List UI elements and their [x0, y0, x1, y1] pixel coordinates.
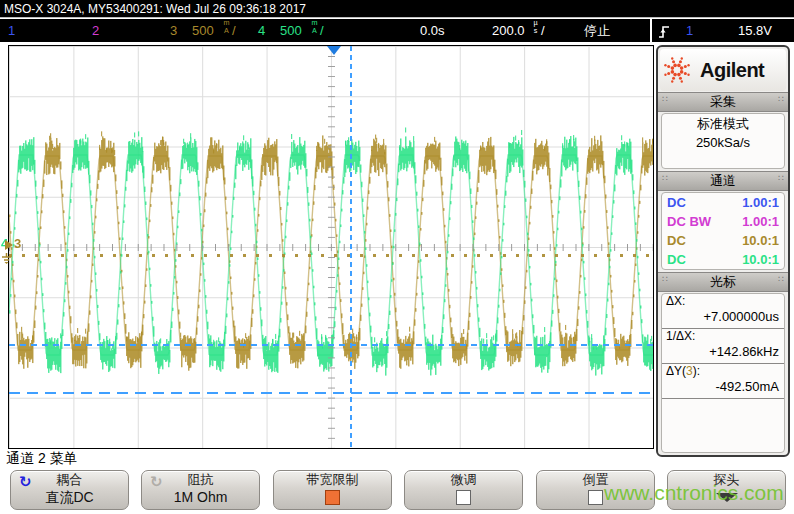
channel2-info-row: DC BW1.00:1: [662, 212, 784, 231]
trigger-level: 15.8V: [738, 19, 772, 42]
cursor-dx-label: ΔX:: [662, 294, 784, 309]
channels-box: DC1.00:1 DC BW1.00:1 DC10.0:1 DC10.0:1: [661, 192, 785, 270]
checkbox-unchecked-icon: [456, 490, 471, 505]
channel3-unit: mA: [222, 19, 231, 35]
channel1-badge[interactable]: 1: [8, 19, 15, 42]
cursor-dy-value: -492.50mA: [662, 379, 784, 399]
ground-symbol-icon: [1, 250, 12, 268]
channel3-ground-dotted-line: [9, 254, 653, 257]
channel3-slash: /: [232, 19, 236, 42]
section-title: 通道: [710, 173, 736, 188]
timebase-value[interactable]: 200.0: [492, 19, 525, 42]
channel3-scale: 500: [192, 19, 214, 42]
time-reference: 0.0s: [420, 19, 445, 42]
acquisition-mode: 标准模式: [662, 114, 784, 133]
timebase-unit: µs: [531, 19, 540, 35]
grip-icon: ∷: [661, 96, 669, 108]
channel4-slash: /: [320, 19, 324, 42]
title-bar: MSO-X 3024A, MY53400291: Wed Jul 26 09:3…: [0, 0, 794, 18]
cursor-dy-label: ΔY(3):: [662, 364, 784, 379]
acquisition-box: 标准模式 250kSa/s: [661, 113, 785, 169]
grip-icon: ∷: [777, 96, 785, 108]
channel1-info-row: DC1.00:1: [662, 193, 784, 212]
softkey-fine-adjust[interactable]: 微调: [404, 470, 523, 510]
info-panel: Agilent ∷ 采集 ∷ 标准模式 250kSa/s ∷ 通道 ∷ DC1.…: [656, 45, 790, 457]
brand-logo: Agilent: [660, 49, 786, 91]
channel3-info-row: DC10.0:1: [662, 231, 784, 250]
status-bar: 1 2 3 500 mA / 4 500 mA / 0.0s 200.0 µs …: [0, 19, 794, 42]
run-state[interactable]: 停止: [584, 19, 610, 42]
channel4-scale: 500: [280, 19, 302, 42]
checkbox-unchecked-icon: [588, 490, 603, 505]
channel4-unit: mA: [310, 19, 319, 35]
softkey-label: 带宽限制: [274, 471, 391, 488]
softkey-label: 微调: [405, 471, 522, 488]
waveform-display: 4 3: [8, 45, 654, 449]
section-header-acquisition[interactable]: ∷ 采集 ∷: [658, 92, 788, 112]
center-vertical-ticks: [328, 46, 335, 448]
softkey-bandwidth-limit[interactable]: 带宽限制: [273, 470, 392, 510]
section-title: 光标: [710, 274, 736, 289]
cursor-1dx-value: +142.86kHz: [662, 344, 784, 364]
channel3-ground-marker[interactable]: 3: [14, 236, 21, 251]
cycle-icon: ↻: [19, 473, 32, 491]
watermark: www.cntronics.com: [604, 481, 784, 505]
channel4-info-row: DC10.0:1: [662, 250, 784, 269]
x-cursor-line[interactable]: [350, 46, 352, 448]
cycle-icon: ↻: [150, 473, 163, 491]
status-divider: [650, 19, 652, 42]
grip-icon: ∷: [777, 276, 785, 288]
trigger-position-marker[interactable]: [327, 46, 341, 55]
menu-title: 通道 2 菜单: [6, 450, 78, 468]
cursor-1dx-label: 1/ΔX:: [662, 329, 784, 344]
softkey-impedance[interactable]: ↻ 阻抗 1M Ohm: [141, 470, 260, 510]
timebase-slash: /: [541, 19, 545, 42]
section-title: 采集: [710, 94, 736, 109]
softkey-coupling[interactable]: ↻ 耦合 直流DC: [10, 470, 129, 510]
trigger-edge-icon: [658, 23, 670, 46]
y1-cursor-line[interactable]: [9, 344, 653, 346]
grip-icon: ∷: [661, 175, 669, 187]
section-header-channels[interactable]: ∷ 通道 ∷: [658, 171, 788, 191]
y2-cursor-line[interactable]: [9, 392, 653, 394]
agilent-starburst-icon: [660, 53, 694, 87]
channel2-badge[interactable]: 2: [92, 19, 99, 42]
cursor-dx-value: +7.000000us: [662, 309, 784, 329]
channel4-badge[interactable]: 4: [258, 19, 265, 42]
checkbox-checked-icon: [325, 490, 340, 505]
channel3-badge[interactable]: 3: [170, 19, 177, 42]
trigger-source: 1: [686, 19, 693, 42]
brand-name: Agilent: [700, 59, 764, 82]
section-header-cursors[interactable]: ∷ 光标 ∷: [658, 272, 788, 292]
grip-icon: ∷: [777, 175, 785, 187]
grip-icon: ∷: [661, 276, 669, 288]
sample-rate: 250kSa/s: [662, 133, 784, 152]
cursors-box: ΔX: +7.000000us 1/ΔX: +142.86kHz ΔY(3): …: [661, 293, 785, 453]
channel3-ground-arrow-icon: [5, 240, 13, 250]
